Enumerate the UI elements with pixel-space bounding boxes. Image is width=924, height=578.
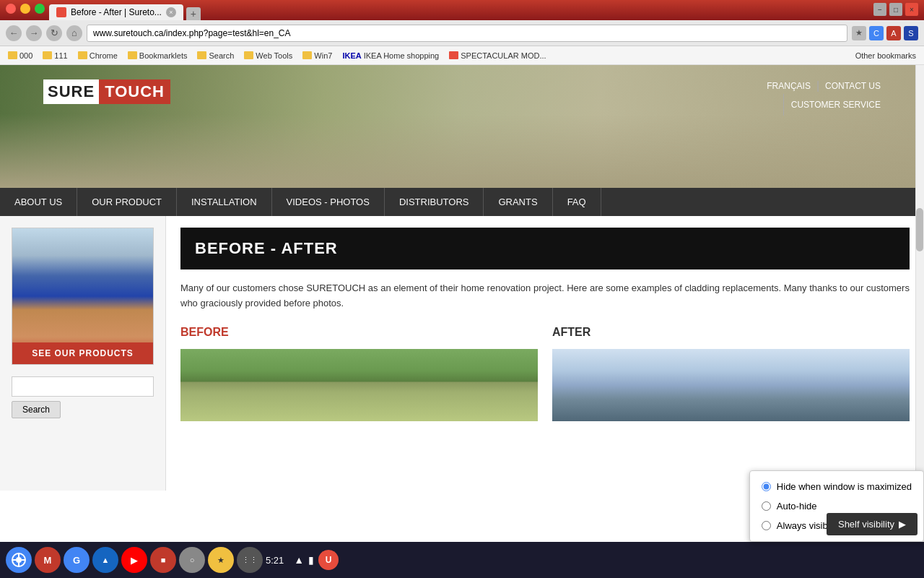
nav-sep: | [816, 79, 819, 92]
bookmark-bookmarklets[interactable]: Bookmarklets [124, 50, 191, 61]
nav-contact[interactable]: CONTACT US [825, 81, 881, 91]
taskbar-chrome-icon[interactable] [6, 547, 32, 573]
nav-francais[interactable]: FRANÇAIS [767, 81, 811, 91]
search-input[interactable] [12, 376, 154, 397]
active-tab[interactable]: Before - After | Sureto... × [49, 4, 183, 20]
shelf-option-autohide-label: Auto-hide [777, 501, 817, 512]
nav-grants[interactable]: GRANTS [484, 188, 552, 216]
google-letter: G [73, 555, 80, 566]
bookmark-label: 000 [19, 51, 32, 60]
browser-ext-icon3[interactable]: S [904, 26, 918, 40]
shelf-radio-hide-maximized[interactable] [762, 482, 771, 491]
taskbar-gmail-icon[interactable]: M [35, 547, 61, 573]
bookmark-ikea[interactable]: IKEA IKEA Home shopping [339, 50, 443, 61]
search-button[interactable]: Search [12, 401, 61, 418]
close-btn[interactable]: × [905, 3, 918, 16]
new-tab-btn[interactable]: + [186, 7, 201, 20]
bookmark-webtools[interactable]: Web Tools [240, 50, 296, 61]
shelf-option-hide-maximized[interactable]: Hide when window is maximized [750, 477, 923, 496]
bookmark-label: Web Tools [256, 51, 292, 60]
reload-icon: ↻ [51, 27, 58, 38]
bookmark-label: Bookmarklets [139, 51, 188, 60]
user-avatar[interactable]: U [318, 550, 339, 570]
youtube-play-icon: ▶ [131, 555, 138, 566]
bookmark-label: 111 [54, 51, 67, 60]
shelf-radio-always-visible[interactable] [762, 521, 771, 530]
taskbar-apps-icon[interactable]: ⋮⋮ [237, 547, 263, 573]
bookmark-label: Win7 [314, 51, 332, 60]
tab-close-btn[interactable]: × [166, 7, 176, 17]
site-logo: SURE TOUCH [43, 79, 170, 104]
back-btn[interactable]: ← [6, 25, 22, 41]
drive-icon-symbol: ▲ [102, 556, 110, 564]
shelf-radio-autohide[interactable] [762, 501, 771, 511]
minimize-btn[interactable]: − [873, 3, 886, 16]
forward-btn[interactable]: → [26, 25, 42, 41]
bookmark-111[interactable]: 111 [39, 50, 71, 61]
taskbar-app1-icon[interactable]: ■ [150, 547, 176, 573]
titlebar: Before - After | Sureto... × + − □ × [0, 0, 924, 20]
taskbar-drive-icon[interactable]: ▲ [92, 547, 118, 573]
close-window-btn[interactable] [6, 4, 16, 14]
taskbar-google-icon[interactable]: G [64, 547, 90, 573]
search-box: Search [12, 376, 154, 418]
house-before-image [180, 349, 538, 421]
tab-title: Before - After | Sureto... [71, 7, 162, 17]
tab-area: Before - After | Sureto... × + [49, 0, 201, 20]
battery-icon: ▮ [308, 554, 314, 566]
shelf-visibility-popup: Hide when window is maximized Auto-hide … [749, 470, 924, 542]
folder-icon [449, 51, 458, 59]
minimize-window-btn[interactable] [20, 4, 30, 14]
nav-divider [783, 94, 784, 116]
sidebar-product-image[interactable]: SEE OUR PRODUCTS [12, 228, 154, 365]
bookmark-search[interactable]: Search [193, 50, 237, 61]
app2-symbol: ○ [190, 556, 195, 564]
scrollbar-thumb[interactable] [916, 208, 923, 251]
shelf-option-hide-maximized-label: Hide when window is maximized [777, 481, 912, 492]
bookmark-star-icon[interactable]: ★ [852, 26, 866, 40]
page-title: BEFORE - AFTER [195, 239, 895, 258]
nav-distributors[interactable]: DISTRIBUTORS [385, 188, 484, 216]
browser-ext-icon2[interactable]: A [886, 26, 901, 40]
taskbar-app3-icon[interactable]: ★ [208, 547, 234, 573]
bookmarks-bar: 000 111 Chrome Bookmarklets Search Web T… [0, 46, 924, 65]
forward-icon: → [30, 27, 39, 38]
bookmark-other[interactable]: Other bookmarks [852, 50, 920, 61]
logo-sure: SURE [43, 79, 99, 104]
window-controls: − □ × [873, 3, 918, 16]
nav-about-us[interactable]: ABOUT US [0, 188, 77, 216]
nav-videos-photos[interactable]: VIDEOS - PHOTOS [272, 188, 385, 216]
folder-icon [43, 51, 52, 59]
maximize-window-btn[interactable] [35, 4, 45, 14]
restore-btn[interactable]: □ [889, 3, 902, 16]
nav-our-product[interactable]: OUR PRODUCT [77, 188, 177, 216]
content-body-text: Many of our customers chose SURETOUCH as… [166, 269, 924, 323]
back-icon: ← [9, 27, 19, 38]
logo-touch: TOUCH [99, 79, 170, 104]
bookmark-label: Search [209, 51, 234, 60]
apps-grid-icon: ⋮⋮ [242, 556, 258, 565]
browser-ext-icon1[interactable]: C [869, 26, 884, 40]
app3-symbol: ★ [217, 556, 225, 565]
nav-faq[interactable]: FAQ [553, 188, 601, 216]
bookmark-chrome[interactable]: Chrome [74, 50, 121, 61]
folder-icon [244, 51, 253, 59]
shelf-visibility-btn[interactable]: Shelf visibility ▶ [827, 513, 918, 535]
home-btn[interactable]: ⌂ [66, 25, 82, 41]
folder-icon [78, 51, 87, 59]
nav-customer-service[interactable]: CUSTOMER SERVICE [791, 100, 881, 110]
bookmark-000[interactable]: 000 [4, 50, 36, 61]
bookmark-win7[interactable]: Win7 [299, 50, 336, 61]
taskbar-youtube-icon[interactable]: ▶ [121, 547, 147, 573]
see-products-label[interactable]: SEE OUR PRODUCTS [12, 342, 153, 364]
taskbar-status-area: 5:21 ▲ ▮ U [266, 550, 339, 570]
bookmark-spectacular[interactable]: SPECTACULAR MOD... [445, 50, 549, 61]
sidebar: SEE OUR PRODUCTS Search [0, 216, 166, 491]
url-input[interactable] [87, 25, 847, 42]
reload-btn[interactable]: ↻ [46, 25, 62, 41]
bookmark-label: SPECTACULAR MOD... [461, 51, 546, 60]
after-label: AFTER [552, 323, 910, 342]
nav-installation[interactable]: INSTALLATION [177, 188, 272, 216]
svg-point-1 [16, 557, 22, 563]
taskbar-app2-icon[interactable]: ○ [179, 547, 205, 573]
